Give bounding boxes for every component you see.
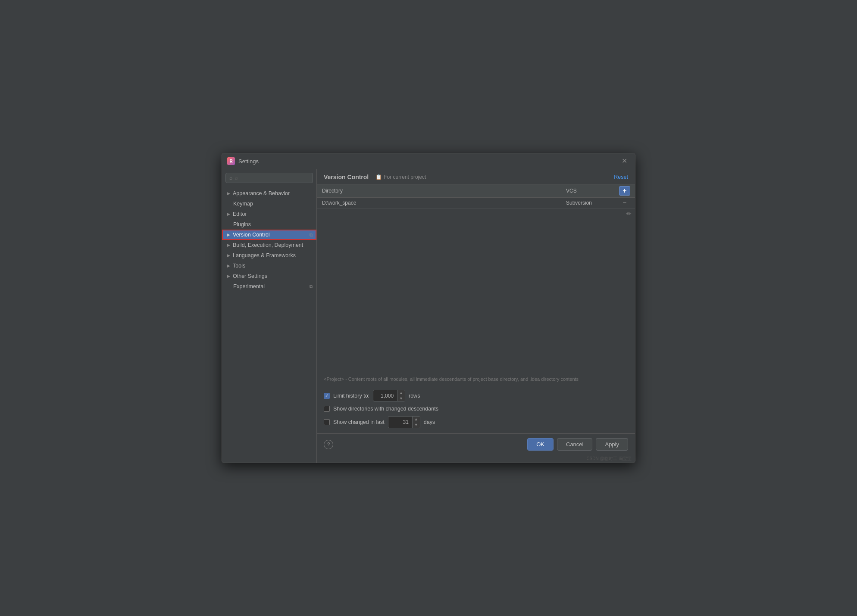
- sidebar-item-plugins[interactable]: Plugins: [222, 219, 316, 230]
- sidebar-item-label: Build, Execution, Deployment: [233, 242, 303, 248]
- for-current-project-label: For current project: [384, 174, 426, 180]
- show-dirs-label: Show directories with changed descendant…: [333, 406, 438, 412]
- col-directory-header: Directory: [317, 187, 563, 195]
- sidebar-item-other-settings[interactable]: ▶ Other Settings: [222, 271, 316, 281]
- project-info-text: <Project> - Content roots of all modules…: [317, 372, 635, 386]
- limit-history-suffix: rows: [409, 393, 420, 399]
- edit-pencil-icon[interactable]: ✏: [626, 210, 632, 217]
- sidebar-item-label: Keymap: [233, 201, 253, 207]
- main-body: Directory VCS + D:\work_space Subversion…: [317, 184, 635, 433]
- sidebar-item-label: Tools: [233, 263, 245, 269]
- row-directory: D:\work_space: [317, 198, 563, 208]
- search-icon: ⌕: [229, 175, 232, 181]
- vcs-options: Limit history to: 1,000 ▲ ▼ rows: [317, 386, 635, 433]
- reset-button[interactable]: Reset: [614, 174, 628, 180]
- sidebar-item-build-execution[interactable]: ▶ Build, Execution, Deployment: [222, 240, 316, 250]
- arrow-icon: ▶: [227, 274, 230, 278]
- sidebar-item-label: Appearance & Behavior: [233, 190, 290, 196]
- arrow-icon: ▶: [227, 212, 230, 216]
- spinner-arrows: ▲ ▼: [397, 390, 405, 401]
- copy-icon: ⧉: [310, 232, 313, 238]
- spinner-arrows-2: ▲ ▼: [412, 417, 420, 428]
- limit-history-value: 1,000: [373, 392, 397, 400]
- copy-icon: ⧉: [310, 284, 313, 289]
- arrow-icon: ▶: [227, 233, 230, 237]
- title-bar-left: R Settings: [227, 157, 259, 165]
- apply-button[interactable]: Apply: [596, 438, 628, 451]
- sidebar-item-label: Other Settings: [233, 273, 267, 279]
- add-vcs-button[interactable]: +: [619, 186, 630, 196]
- search-input[interactable]: [235, 175, 309, 181]
- watermark: CSDN @临时工-冯宝宝: [317, 455, 635, 463]
- app-icon: R: [227, 157, 235, 165]
- show-changed-spinner[interactable]: 31 ▲ ▼: [388, 416, 420, 428]
- spinner-down-button-2[interactable]: ▼: [413, 422, 420, 428]
- arrow-icon: ▶: [227, 243, 230, 247]
- spinner-up-button[interactable]: ▲: [397, 390, 405, 396]
- sidebar-item-languages-frameworks[interactable]: ▶ Languages & Frameworks: [222, 250, 316, 261]
- spinner-down-button[interactable]: ▼: [397, 396, 405, 401]
- project-icon: 📋: [375, 174, 382, 180]
- sidebar-item-label: Experimental: [233, 283, 265, 289]
- show-changed-option: Show changed in last 31 ▲ ▼ days: [324, 416, 628, 428]
- sidebar-item-keymap[interactable]: Keymap: [222, 199, 316, 209]
- show-changed-checkbox[interactable]: [324, 419, 330, 425]
- limit-history-checkbox[interactable]: [324, 393, 330, 399]
- remove-vcs-button[interactable]: −: [620, 198, 629, 208]
- sidebar-item-tools[interactable]: ▶ Tools: [222, 261, 316, 271]
- arrow-icon: ▶: [227, 191, 230, 196]
- arrow-icon: ▶: [227, 264, 230, 268]
- dialog-title: Settings: [238, 158, 259, 165]
- spinner-up-button-2[interactable]: ▲: [413, 417, 420, 422]
- sidebar-item-version-control[interactable]: ▶ Version Control ⧉: [222, 230, 316, 240]
- main-header: Version Control 📋 For current project Re…: [317, 169, 635, 184]
- show-changed-prefix: Show changed in last: [333, 419, 385, 425]
- settings-dialog: R Settings ✕ ⌕ ▶ Appearance & Behavior K…: [222, 153, 635, 463]
- sidebar-item-appearance-behavior[interactable]: ▶ Appearance & Behavior: [222, 188, 316, 199]
- row-vcs: Subversion: [563, 198, 614, 208]
- main-panel: Version Control 📋 For current project Re…: [317, 169, 635, 463]
- col-vcs-header: VCS: [563, 187, 614, 195]
- main-title: Version Control: [324, 174, 369, 180]
- sidebar-item-experimental[interactable]: Experimental ⧉: [222, 281, 316, 292]
- footer: ? OK Cancel Apply: [317, 433, 635, 455]
- vcs-table-header: Directory VCS +: [317, 184, 635, 198]
- sidebar-item-label: Languages & Frameworks: [233, 252, 296, 258]
- col-actions-header: +: [614, 186, 635, 196]
- sidebar: ⌕ ▶ Appearance & Behavior Keymap ▶ Edito…: [222, 169, 317, 463]
- sidebar-item-label: Plugins: [233, 221, 251, 227]
- sidebar-item-label: Editor: [233, 211, 247, 217]
- search-box[interactable]: ⌕: [225, 173, 313, 183]
- vcs-table: Directory VCS + D:\work_space Subversion…: [317, 184, 635, 208]
- nav-items: ▶ Appearance & Behavior Keymap ▶ Editor …: [222, 187, 316, 293]
- vcs-middle-area: [317, 219, 635, 372]
- ok-button[interactable]: OK: [527, 438, 554, 451]
- main-header-left: Version Control 📋 For current project: [324, 174, 426, 180]
- content-area: ⌕ ▶ Appearance & Behavior Keymap ▶ Edito…: [222, 169, 635, 463]
- sidebar-item-editor[interactable]: ▶ Editor: [222, 209, 316, 219]
- arrow-icon: ▶: [227, 253, 230, 258]
- sidebar-item-label: Version Control: [233, 232, 269, 238]
- table-row[interactable]: D:\work_space Subversion −: [317, 198, 635, 208]
- show-dirs-checkbox[interactable]: [324, 406, 330, 412]
- footer-buttons: OK Cancel Apply: [527, 438, 628, 451]
- row-actions: −: [614, 198, 635, 208]
- limit-history-prefix: Limit history to:: [333, 393, 369, 399]
- edit-icon-area: ✏: [317, 208, 635, 219]
- help-button[interactable]: ?: [324, 440, 333, 449]
- show-changed-value: 31: [388, 418, 412, 426]
- title-bar: R Settings ✕: [222, 153, 635, 169]
- limit-history-option: Limit history to: 1,000 ▲ ▼ rows: [324, 390, 628, 402]
- for-current-project: 📋 For current project: [375, 174, 426, 180]
- close-button[interactable]: ✕: [619, 157, 630, 165]
- limit-history-spinner[interactable]: 1,000 ▲ ▼: [373, 390, 405, 402]
- show-dirs-option: Show directories with changed descendant…: [324, 406, 628, 412]
- show-changed-suffix: days: [424, 419, 435, 425]
- cancel-button[interactable]: Cancel: [557, 438, 592, 451]
